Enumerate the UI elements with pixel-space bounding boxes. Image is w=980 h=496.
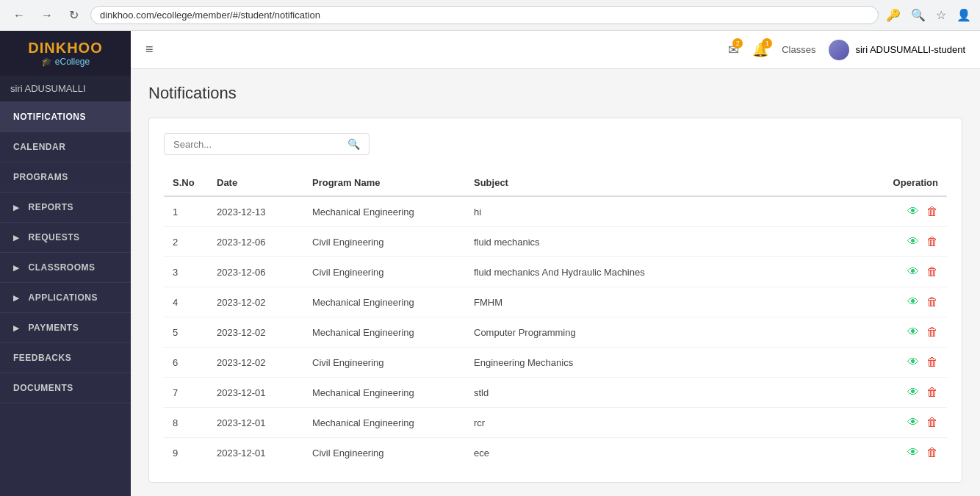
sidebar-item-payments[interactable]: ▶ PAYMENTS bbox=[0, 313, 131, 343]
cell-date: 2023-12-02 bbox=[208, 348, 303, 378]
sidebar-item-calendar[interactable]: CALENDAR bbox=[0, 132, 131, 162]
col-header-operation: Operation bbox=[873, 170, 947, 196]
cell-date: 2023-12-02 bbox=[208, 317, 303, 348]
search-input[interactable] bbox=[173, 139, 342, 150]
sidebar-item-applications[interactable]: ▶ APPLICATIONS bbox=[0, 283, 131, 313]
view-button[interactable]: 👁 bbox=[907, 235, 919, 248]
view-button[interactable]: 👁 bbox=[907, 446, 919, 459]
cell-sno: 5 bbox=[164, 317, 208, 348]
cell-sno: 4 bbox=[164, 287, 208, 317]
cell-date: 2023-12-06 bbox=[208, 227, 303, 257]
sidebar-item-reports[interactable]: ▶ REPORTS bbox=[0, 193, 131, 223]
reload-button[interactable]: ↻ bbox=[65, 7, 83, 24]
cell-program: Mechanical Engineering bbox=[303, 378, 465, 408]
back-button[interactable]: ← bbox=[9, 7, 29, 24]
cell-sno: 6 bbox=[164, 348, 208, 378]
cell-subject: stld bbox=[465, 378, 873, 408]
sidebar-item-requests[interactable]: ▶ REQUESTS bbox=[0, 223, 131, 253]
cell-program: Civil Engineering bbox=[303, 257, 465, 287]
user-info[interactable]: siri ADUSUMALLI-student bbox=[829, 40, 965, 60]
delete-button[interactable]: 🗑 bbox=[926, 326, 938, 339]
table-row: 3 2023-12-06 Civil Engineering fluid mec… bbox=[164, 257, 947, 287]
cell-operation: 👁 🗑 bbox=[873, 257, 947, 287]
sidebar-item-classrooms[interactable]: ▶ CLASSROOMS bbox=[0, 253, 131, 283]
cell-date: 2023-12-01 bbox=[208, 408, 303, 438]
cell-date: 2023-12-01 bbox=[208, 378, 303, 408]
arrow-icon: ▶ bbox=[13, 264, 20, 272]
view-button[interactable]: 👁 bbox=[907, 295, 919, 309]
table-row: 1 2023-12-13 Mechanical Engineering hi 👁… bbox=[164, 196, 947, 227]
cell-sno: 3 bbox=[164, 257, 208, 287]
browser-icons: 🔑 🔍 ☆ 👤 bbox=[886, 8, 971, 22]
delete-button[interactable]: 🗑 bbox=[926, 356, 938, 369]
user-label: siri ADUSUMALLI-student bbox=[855, 44, 965, 55]
nav-label: CALENDAR bbox=[13, 142, 65, 152]
cell-sno: 8 bbox=[164, 408, 208, 438]
view-button[interactable]: 👁 bbox=[907, 205, 919, 218]
view-button[interactable]: 👁 bbox=[907, 356, 919, 369]
arrow-icon: ▶ bbox=[13, 204, 20, 212]
app-container: DINKHOO 🎓 eCollege siri ADUSUMALLI NOTIF… bbox=[0, 31, 980, 496]
nav-label: REPORTS bbox=[29, 202, 74, 212]
bell-button[interactable]: 🔔 1 bbox=[752, 42, 768, 58]
cell-subject: hi bbox=[465, 196, 873, 227]
cell-sno: 2 bbox=[164, 227, 208, 257]
cell-subject: Computer Programming bbox=[465, 317, 873, 348]
view-button[interactable]: 👁 bbox=[907, 386, 919, 399]
nav-label: APPLICATIONS bbox=[29, 292, 98, 303]
delete-button[interactable]: 🗑 bbox=[926, 235, 938, 248]
top-right-actions: ✉ 2 🔔 1 Classes siri ADUSUMALLI-student bbox=[728, 40, 965, 60]
delete-button[interactable]: 🗑 bbox=[926, 295, 938, 309]
col-header-program: Program Name bbox=[303, 170, 465, 196]
table-header: S.No Date Program Name Subject Operation bbox=[164, 170, 947, 196]
delete-button[interactable]: 🗑 bbox=[926, 265, 938, 278]
graduation-icon: 🎓 bbox=[41, 57, 52, 67]
cell-program: Civil Engineering bbox=[303, 438, 465, 468]
table-row: 4 2023-12-02 Mechanical Engineering FMHM… bbox=[164, 287, 947, 317]
cell-date: 2023-12-01 bbox=[208, 438, 303, 468]
table-row: 5 2023-12-02 Mechanical Engineering Comp… bbox=[164, 317, 947, 348]
arrow-icon: ▶ bbox=[13, 324, 20, 332]
cell-operation: 👁 🗑 bbox=[873, 378, 947, 408]
view-button[interactable]: 👁 bbox=[907, 416, 919, 429]
cell-operation: 👁 🗑 bbox=[873, 438, 947, 468]
mail-button[interactable]: ✉ 2 bbox=[728, 42, 739, 58]
view-button[interactable]: 👁 bbox=[907, 326, 919, 339]
cell-program: Mechanical Engineering bbox=[303, 317, 465, 348]
classes-link[interactable]: Classes bbox=[782, 44, 815, 55]
search-icon: 🔍 bbox=[347, 138, 360, 150]
browser-chrome: ← → ↻ dinkhoo.com/ecollege/member/#/stud… bbox=[0, 0, 980, 31]
cell-program: Mechanical Engineering bbox=[303, 408, 465, 438]
cell-subject: Engineering Mechanics bbox=[465, 348, 873, 378]
search-bar[interactable]: 🔍 bbox=[164, 133, 370, 155]
sidebar-item-notifications[interactable]: NOTIFICATIONS bbox=[0, 102, 131, 132]
col-header-subject: Subject bbox=[465, 170, 873, 196]
sidebar-item-programs[interactable]: PROGRAMS bbox=[0, 162, 131, 193]
sidebar-user-name: siri ADUSUMALLI bbox=[0, 76, 131, 102]
bookmark-icon: ☆ bbox=[936, 8, 946, 22]
nav-label: PAYMENTS bbox=[29, 323, 79, 333]
cell-subject: FMHM bbox=[465, 287, 873, 317]
col-header-sno: S.No bbox=[164, 170, 208, 196]
view-button[interactable]: 👁 bbox=[907, 265, 919, 278]
cell-sno: 7 bbox=[164, 378, 208, 408]
top-bar: ≡ ✉ 2 🔔 1 Classes siri ADUSUMALLI-studen… bbox=[131, 31, 980, 69]
hamburger-button[interactable]: ≡ bbox=[145, 42, 154, 57]
cell-date: 2023-12-06 bbox=[208, 257, 303, 287]
nav-label: DOCUMENTS bbox=[13, 383, 73, 393]
cell-program: Civil Engineering bbox=[303, 227, 465, 257]
col-header-date: Date bbox=[208, 170, 303, 196]
table-row: 9 2023-12-01 Civil Engineering ece 👁 🗑 bbox=[164, 438, 947, 468]
forward-button[interactable]: → bbox=[37, 7, 57, 24]
address-bar[interactable]: dinkhoo.com/ecollege/member/#/student/no… bbox=[90, 6, 879, 24]
bell-badge: 1 bbox=[762, 38, 772, 48]
delete-button[interactable]: 🗑 bbox=[926, 386, 938, 399]
notifications-table: S.No Date Program Name Subject Operation… bbox=[164, 170, 947, 467]
sidebar-item-documents[interactable]: DOCUMENTS bbox=[0, 373, 131, 403]
delete-button[interactable]: 🗑 bbox=[926, 416, 938, 429]
delete-button[interactable]: 🗑 bbox=[926, 446, 938, 459]
logo-area: DINKHOO 🎓 eCollege bbox=[0, 31, 131, 76]
sidebar-item-feedbacks[interactable]: FEEDBACKS bbox=[0, 343, 131, 373]
profile-icon: 👤 bbox=[956, 8, 971, 22]
delete-button[interactable]: 🗑 bbox=[926, 205, 938, 218]
